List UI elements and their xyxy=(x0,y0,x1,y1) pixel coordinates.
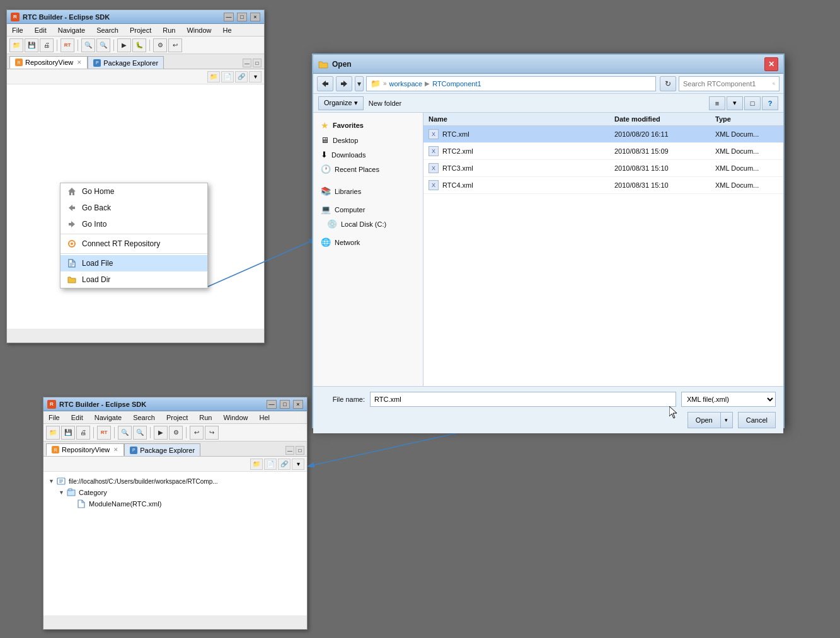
nav-downloads[interactable]: ⬇ Downloads xyxy=(313,147,423,162)
tb-save-btn[interactable]: 💾 xyxy=(25,38,38,52)
tab-max-btn[interactable]: □ xyxy=(253,59,262,67)
ctx-go-back[interactable]: Go Back xyxy=(60,200,207,216)
tb-search-btn[interactable]: 🔍 xyxy=(81,38,95,52)
bc-workspace[interactable]: workspace xyxy=(389,80,423,88)
tb-extra1-btn[interactable]: ⚙ xyxy=(153,38,167,52)
tab-package-explorer[interactable]: P Package Explorer xyxy=(88,56,164,69)
nav-dropdown-button[interactable]: ▾ xyxy=(355,76,364,91)
menu-run[interactable]: Run xyxy=(160,25,178,35)
organize-button[interactable]: Organize ▾ xyxy=(318,96,364,110)
new-folder-button[interactable]: New folder xyxy=(369,96,402,110)
b-tb-save[interactable]: 💾 xyxy=(61,426,75,440)
ctx-go-home[interactable]: Go Home xyxy=(60,183,207,200)
b-menu-help[interactable]: Hel xyxy=(257,413,273,423)
file-row-rtc4[interactable]: X RTC4.xml 2010/08/31 15:10 XML Docum... xyxy=(423,177,783,194)
b-view-menu[interactable]: ▾ xyxy=(292,459,304,470)
bottom-minimize-btn[interactable]: — xyxy=(267,400,277,409)
nav-recent[interactable]: 🕐 Recent Places xyxy=(313,162,423,176)
menu-window[interactable]: Window xyxy=(184,25,214,35)
b-tab-repo-close[interactable]: ✕ xyxy=(113,447,118,453)
b-menu-navigate[interactable]: Navigate xyxy=(92,413,124,423)
b-tb-e1[interactable]: ↩ xyxy=(190,426,204,440)
nav-network[interactable]: 🌐 Network xyxy=(313,235,423,249)
tb-rt-btn[interactable]: RT xyxy=(60,38,74,52)
view-list-button[interactable]: ≡ xyxy=(709,96,725,110)
b-tab-min[interactable]: — xyxy=(285,446,294,455)
nav-forward-button[interactable] xyxy=(336,76,352,91)
filename-input[interactable] xyxy=(370,392,676,407)
tb-search2-btn[interactable]: 🔍 xyxy=(96,38,110,52)
view-menu-btn[interactable]: ▾ xyxy=(249,71,262,83)
open-button-label[interactable]: Open xyxy=(688,413,721,428)
view-pane-button[interactable]: □ xyxy=(744,96,761,110)
b-tb-s2[interactable]: 🔍 xyxy=(133,426,147,440)
tab-min-btn[interactable]: — xyxy=(243,59,251,67)
bc-rtcomponent1[interactable]: RTComponent1 xyxy=(432,80,481,88)
ctx-go-into[interactable]: Go Into xyxy=(60,216,207,232)
menu-help[interactable]: He xyxy=(221,25,234,35)
tb-run-btn[interactable]: ▶ xyxy=(117,38,131,52)
tab-repository-close[interactable]: ✕ xyxy=(77,59,82,66)
b-tab-max[interactable]: □ xyxy=(296,446,304,455)
view-export-btn[interactable]: 📄 xyxy=(221,71,234,83)
b-menu-file[interactable]: File xyxy=(46,413,62,423)
b-tab-repo[interactable]: R RepositoryView ✕ xyxy=(46,443,124,456)
b-tb-new[interactable]: 📁 xyxy=(46,426,60,440)
nav-desktop[interactable]: 🖥 Desktop xyxy=(313,133,423,147)
bottom-close-btn[interactable]: × xyxy=(293,400,303,409)
b-tb-rt[interactable]: RT xyxy=(97,426,111,440)
open-dropdown-arrow[interactable]: ▾ xyxy=(721,413,732,428)
b-view-new[interactable]: 📁 xyxy=(250,459,263,470)
b-menu-project[interactable]: Project xyxy=(164,413,190,423)
menu-edit[interactable]: Edit xyxy=(32,25,49,35)
b-menu-run[interactable]: Run xyxy=(197,413,214,423)
b-menu-search[interactable]: Search xyxy=(130,413,158,423)
b-view-link[interactable]: 🔗 xyxy=(278,459,291,470)
maximize-button[interactable]: □ xyxy=(237,13,247,21)
b-menu-edit[interactable]: Edit xyxy=(69,413,86,423)
search-input[interactable] xyxy=(683,80,770,88)
b-tb-e2[interactable]: ↪ xyxy=(205,426,219,440)
close-button[interactable]: × xyxy=(250,13,260,21)
b-tb-dbg[interactable]: ⚙ xyxy=(169,426,183,440)
file-row-rtc2[interactable]: X RTC2.xml 2010/08/31 15:09 XML Docum... xyxy=(423,143,783,160)
view-grid-button[interactable]: ▾ xyxy=(727,96,743,110)
b-tb-s1[interactable]: 🔍 xyxy=(118,426,132,440)
nav-refresh-button[interactable]: ↻ xyxy=(660,76,676,91)
tb-print-btn[interactable]: 🖨 xyxy=(40,38,54,52)
tb-debug-btn[interactable]: 🐛 xyxy=(132,38,146,52)
tb-extra2-btn[interactable]: ↩ xyxy=(168,38,182,52)
menu-navigate[interactable]: Navigate xyxy=(55,25,88,35)
ctx-load-dir[interactable]: Load Dir xyxy=(60,271,207,288)
dialog-close-button[interactable]: ✕ xyxy=(764,57,778,71)
view-new-btn[interactable]: 📁 xyxy=(207,71,220,83)
ctx-load-file[interactable]: Load File xyxy=(60,255,207,271)
tree-root[interactable]: ▼ file://localhost/C:/Users/builder/work… xyxy=(49,476,304,487)
b-tb-run[interactable]: ▶ xyxy=(154,426,168,440)
minimize-button[interactable]: — xyxy=(224,13,234,21)
menu-file[interactable]: File xyxy=(9,25,26,35)
tree-category[interactable]: ▼ Category xyxy=(59,487,304,498)
filetype-select[interactable]: XML file(.xml) xyxy=(681,392,776,407)
view-help-button[interactable]: ? xyxy=(762,96,778,110)
b-view-export[interactable]: 📄 xyxy=(264,459,277,470)
b-menu-window[interactable]: Window xyxy=(221,413,250,423)
open-button[interactable]: Open ▾ xyxy=(688,412,733,428)
menu-search[interactable]: Search xyxy=(94,25,121,35)
nav-computer[interactable]: 💻 Computer xyxy=(313,202,423,217)
tree-module[interactable]: ModuleName(RTC.xml) xyxy=(69,498,304,510)
nav-libraries[interactable]: 📚 Libraries xyxy=(313,184,423,198)
b-tb-print[interactable]: 🖨 xyxy=(76,426,90,440)
nav-back-button[interactable] xyxy=(317,76,333,91)
ctx-connect-rt[interactable]: Connect RT Repository xyxy=(60,236,207,252)
nav-local-disk[interactable]: 💿 Local Disk (C:) xyxy=(313,217,423,231)
menu-project[interactable]: Project xyxy=(127,25,154,35)
tab-repository-view[interactable]: R RepositoryView ✕ xyxy=(9,56,88,69)
file-row-rtc3[interactable]: X RTC3.xml 2010/08/31 15:10 XML Docum... xyxy=(423,160,783,177)
b-tab-pkg[interactable]: P Package Explorer xyxy=(124,443,200,456)
view-link-btn[interactable]: 🔗 xyxy=(235,71,248,83)
tb-new-btn[interactable]: 📁 xyxy=(9,38,23,52)
bottom-maximize-btn[interactable]: □ xyxy=(280,400,290,409)
cancel-button[interactable]: Cancel xyxy=(738,412,776,428)
file-row-rtc[interactable]: X RTC.xml 2010/08/20 16:11 XML Docum... xyxy=(423,126,783,143)
